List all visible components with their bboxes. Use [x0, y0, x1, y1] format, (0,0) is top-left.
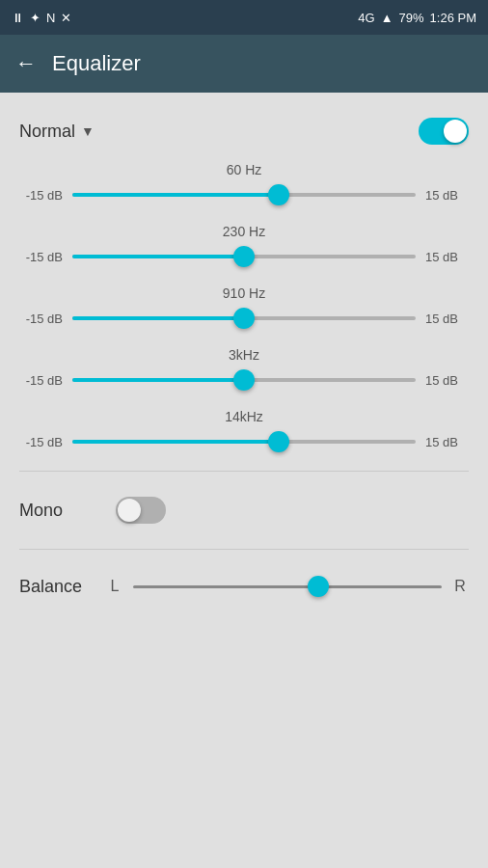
dropdown-arrow-icon: ▼ — [81, 123, 95, 139]
max-db-3khz: 15 dB — [425, 373, 469, 388]
max-db-910hz: 15 dB — [425, 312, 469, 326]
bluetooth-icon: ✦ — [30, 11, 41, 25]
data-icon: 4G — [358, 11, 374, 25]
slider-fill-3khz — [72, 378, 244, 382]
slider-3khz[interactable] — [72, 368, 416, 392]
slider-910hz[interactable] — [72, 307, 416, 330]
toggle-knob — [444, 120, 467, 143]
slider-track-910hz — [72, 316, 416, 320]
slider-230hz[interactable] — [72, 245, 416, 268]
min-db-230hz: -15 dB — [19, 250, 63, 264]
mono-toggle-knob — [118, 499, 141, 522]
slider-thumb-230hz[interactable] — [233, 246, 255, 267]
eq-slider-row-230hz: -15 dB 15 dB — [19, 245, 469, 268]
eq-slider-row-14khz: -15 dB 15 dB — [19, 430, 469, 453]
eq-enable-toggle[interactable] — [419, 118, 469, 145]
preset-selector[interactable]: Normal ▼ — [19, 122, 95, 142]
signal-icon: ▲ — [381, 11, 393, 25]
balance-left-label: L — [106, 578, 123, 595]
eq-slider-row-910hz: -15 dB 15 dB — [19, 307, 469, 330]
app-bar: ← Equalizer — [0, 35, 488, 93]
slider-fill-14khz — [72, 440, 279, 444]
eq-band-60hz: 60 Hz -15 dB 15 dB — [19, 162, 469, 206]
slider-14khz[interactable] — [72, 430, 416, 453]
slider-track-14khz — [72, 440, 416, 444]
status-right-icons: 4G ▲ 79% 1:26 PM — [358, 11, 476, 25]
balance-thumb[interactable] — [308, 576, 329, 597]
slider-fill-910hz — [72, 316, 244, 320]
slider-thumb-910hz[interactable] — [233, 308, 255, 329]
slider-track-230hz — [72, 255, 416, 258]
eq-band-14khz: 14kHz -15 dB 15 dB — [19, 409, 469, 453]
page-title: Equalizer — [52, 51, 141, 76]
balance-slider[interactable] — [133, 575, 442, 598]
main-content: Normal ▼ 60 Hz -15 dB 15 dB — [0, 93, 488, 627]
slider-thumb-60hz[interactable] — [268, 184, 289, 205]
min-db-14khz: -15 dB — [19, 435, 63, 449]
status-left-icons: ⏸ ✦ N ✕ — [12, 11, 71, 25]
nfc-icon: N — [46, 11, 55, 25]
slider-thumb-3khz[interactable] — [233, 369, 255, 391]
slider-60hz[interactable] — [72, 183, 416, 206]
battery-label: 79% — [399, 11, 424, 25]
divider-2 — [19, 549, 469, 550]
eq-slider-row-60hz: -15 dB 15 dB — [19, 183, 469, 206]
freq-label-910hz: 910 Hz — [19, 285, 469, 301]
max-db-60hz: 15 dB — [425, 188, 469, 203]
freq-label-3khz: 3kHz — [19, 347, 469, 363]
slider-thumb-14khz[interactable] — [268, 431, 289, 452]
max-db-230hz: 15 dB — [425, 250, 469, 264]
eq-band-910hz: 910 Hz -15 dB 15 dB — [19, 285, 469, 330]
preset-label: Normal — [19, 122, 75, 142]
mono-label: Mono — [19, 501, 96, 521]
time-label: 1:26 PM — [430, 11, 476, 25]
freq-label-60hz: 60 Hz — [19, 162, 469, 177]
balance-row: Balance L R — [19, 561, 469, 611]
eq-slider-row-3khz: -15 dB 15 dB — [19, 368, 469, 392]
eq-bands: 60 Hz -15 dB 15 dB 230 Hz -15 dB — [19, 162, 469, 453]
balance-track — [133, 585, 442, 588]
status-bar: ⏸ ✦ N ✕ 4G ▲ 79% 1:26 PM — [0, 0, 488, 35]
freq-label-230hz: 230 Hz — [19, 224, 469, 239]
preset-row: Normal ▼ — [19, 108, 469, 154]
divider-1 — [19, 471, 469, 472]
slider-track-60hz — [72, 193, 416, 197]
min-db-910hz: -15 dB — [19, 312, 63, 326]
balance-label: Balance — [19, 577, 96, 597]
min-db-3khz: -15 dB — [19, 373, 63, 388]
min-db-60hz: -15 dB — [19, 188, 63, 203]
balance-right-label: R — [451, 578, 469, 595]
mute-icon: ✕ — [61, 11, 71, 25]
pause-icon: ⏸ — [12, 11, 24, 25]
mono-toggle[interactable] — [116, 497, 166, 524]
slider-fill-230hz — [72, 255, 244, 258]
eq-band-3khz: 3kHz -15 dB 15 dB — [19, 347, 469, 392]
freq-label-14khz: 14kHz — [19, 409, 469, 424]
max-db-14khz: 15 dB — [425, 435, 469, 449]
back-button[interactable]: ← — [15, 51, 37, 76]
eq-band-230hz: 230 Hz -15 dB 15 dB — [19, 224, 469, 268]
slider-track-3khz — [72, 378, 416, 382]
mono-row: Mono — [19, 483, 469, 537]
slider-fill-60hz — [72, 193, 279, 197]
